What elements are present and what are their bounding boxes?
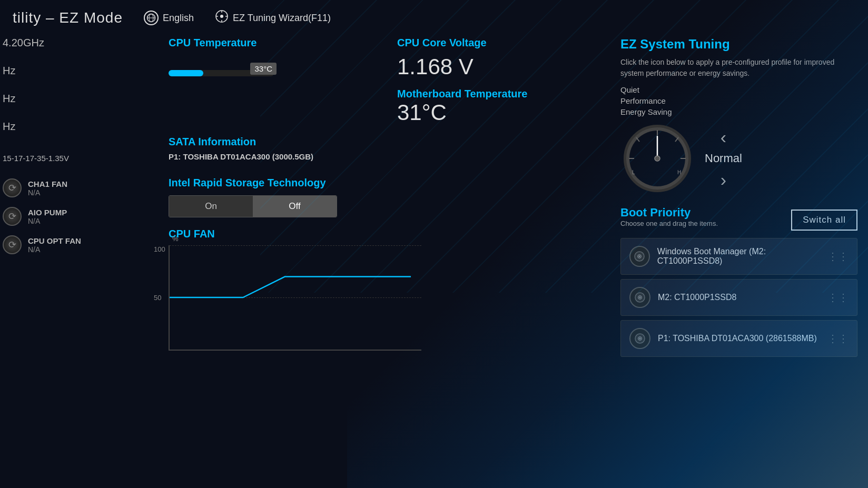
boot-item-name-2: P1: TOSHIBA DT01ACA300 (2861588MB) — [658, 334, 817, 343]
boot-item-name-1: M2: CT1000P1SSD8 — [658, 293, 736, 302]
language-label: English — [163, 13, 194, 24]
fan-chart-svg — [170, 245, 421, 350]
fan-value-cpu-opt: N/A — [28, 245, 81, 254]
boot-priority-header: Boot Priority Choose one and drag the it… — [620, 206, 857, 234]
temp-bar-fill — [169, 70, 203, 76]
gauge-svg: L H — [620, 122, 694, 195]
drag-handle-0[interactable]: ⋮⋮ — [827, 250, 849, 263]
svg-point-4 — [220, 15, 223, 18]
current-profile-name: Normal — [705, 152, 742, 165]
fan-info-cha1: CHA1 FAN N/A — [28, 180, 67, 197]
boot-item-name-0: Windows Boot Manager (M2: CT1000P1SSD8) — [657, 247, 827, 266]
rst-toggle[interactable]: On Off — [169, 195, 337, 217]
profile-prev-arrow[interactable]: ‹ — [721, 127, 726, 147]
main-layout: 4.20GHz Hz Hz Hz 15-17-17-35-1.35V ⟳ CHA… — [0, 32, 868, 483]
language-button[interactable]: English — [144, 11, 194, 25]
fan-name-aio: AIO PUMP — [28, 208, 67, 217]
fan-info-cpu-opt: CPU OPT FAN N/A — [28, 236, 81, 254]
rst-section: Intel Rapid Storage Technology On Off — [169, 177, 594, 217]
boot-item-2[interactable]: P1: TOSHIBA DT01ACA300 (2861588MB) ⋮⋮ — [620, 320, 857, 357]
boot-disk-icon-2 — [629, 328, 650, 349]
ez-tuning-section: EZ System Tuning Click the icon below to… — [620, 37, 857, 195]
cpu-temp-section: CPU Temperature 33°C — [169, 37, 366, 125]
cpu-freq4: Hz — [3, 121, 142, 133]
mb-temp-value: 31°C — [397, 100, 594, 125]
memory-timings: 15-17-17-35-1.35V — [3, 154, 142, 163]
fan-chart-container: % 100 50 — [169, 245, 421, 351]
fan-value-cha1: N/A — [28, 188, 67, 197]
temp-bar-container: 33°C — [169, 70, 274, 76]
switch-all-button[interactable]: Switch all — [791, 210, 857, 231]
temp-marker: 33°C — [250, 63, 277, 75]
temp-voltage-row: CPU Temperature 33°C CPU Core Voltage 1.… — [169, 37, 594, 125]
boot-item-left-0: Windows Boot Manager (M2: CT1000P1SSD8) — [629, 246, 827, 267]
chart-tick-50: 50 — [154, 294, 161, 302]
sata-label: SATA Information — [169, 136, 594, 148]
fan-icon-cpu-opt: ⟳ — [3, 235, 22, 254]
sata-section: SATA Information P1: TOSHIBA DT01ACA300 … — [169, 136, 594, 161]
cpu-voltage-value: 1.168 V — [397, 54, 594, 79]
boot-priority-section: Boot Priority Choose one and drag the it… — [620, 206, 857, 357]
sata-drive-0: P1: TOSHIBA DT01ACA300 (3000.5GB) — [169, 152, 594, 161]
fan-name-cha1: CHA1 FAN — [28, 180, 67, 188]
fan-item-cha1: ⟳ CHA1 FAN N/A — [3, 178, 142, 197]
temp-gauge-area: 33°C — [169, 70, 366, 76]
cpu-freq3: Hz — [3, 93, 142, 105]
fan-item-aio: ⟳ AIO PUMP N/A — [3, 207, 142, 226]
ez-tuning-wizard-button[interactable]: EZ Tuning Wizard(F11) — [215, 9, 331, 26]
boot-item-1[interactable]: M2: CT1000P1SSD8 ⋮⋮ — [620, 279, 857, 316]
fan-value-aio: N/A — [28, 217, 67, 225]
voltage-section: CPU Core Voltage 1.168 V Motherboard Tem… — [397, 37, 594, 125]
profile-energy-saving[interactable]: Energy Saving — [620, 107, 857, 116]
mb-temp-label: Motherboard Temperature — [397, 88, 594, 100]
boot-item-left-2: P1: TOSHIBA DT01ACA300 (2861588MB) — [629, 328, 817, 349]
svg-text:H: H — [677, 170, 681, 175]
fan-icon-aio: ⟳ — [3, 207, 22, 226]
rst-on-button[interactable]: On — [169, 196, 253, 217]
svg-point-24 — [639, 297, 640, 298]
fan-name-cpu-opt: CPU OPT FAN — [28, 236, 81, 245]
profile-performance[interactable]: Performance — [620, 96, 857, 105]
boot-priority-title: Boot Priority Choose one and drag the it… — [620, 206, 718, 234]
boot-disk-icon-1 — [629, 287, 650, 308]
drag-handle-1[interactable]: ⋮⋮ — [827, 291, 849, 304]
fan-section: ⟳ CHA1 FAN N/A ⟳ AIO PUMP N/A ⟳ — [3, 178, 142, 254]
boot-item-0[interactable]: Windows Boot Manager (M2: CT1000P1SSD8) … — [620, 238, 857, 275]
drag-handle-2[interactable]: ⋮⋮ — [827, 332, 849, 345]
cpu-fan-label: CPU FAN — [169, 228, 594, 240]
chart-y-label: % — [172, 235, 179, 243]
left-panel: 4.20GHz Hz Hz Hz 15-17-17-35-1.35V ⟳ CHA… — [0, 32, 153, 483]
wizard-icon — [215, 9, 229, 26]
gauge-container: L H — [620, 122, 694, 195]
rst-label: Intel Rapid Storage Technology — [169, 177, 594, 189]
fan-chart-section: CPU FAN % 100 50 — [169, 228, 594, 351]
cpu-frequency: 4.20GHz — [3, 37, 142, 49]
right-panel: EZ System Tuning Click the icon below to… — [610, 32, 868, 483]
cpu-voltage-label: CPU Core Voltage — [397, 37, 594, 49]
profile-next-arrow[interactable]: › — [721, 170, 726, 190]
tuning-main: L H ‹ Normal › — [620, 122, 857, 195]
svg-point-21 — [639, 256, 640, 257]
fan-info-aio: AIO PUMP N/A — [28, 208, 67, 225]
svg-point-16 — [655, 156, 660, 161]
fan-item-cpu-opt: ⟳ CPU OPT FAN N/A — [3, 235, 142, 254]
cpu-freq2: Hz — [3, 65, 142, 77]
cpu-temp-label: CPU Temperature — [169, 37, 366, 49]
svg-point-27 — [639, 338, 640, 339]
boot-disk-icon-0 — [629, 246, 650, 267]
fan-icon-cha1: ⟳ — [3, 178, 22, 197]
profile-options: Quiet Performance Energy Saving — [620, 85, 857, 116]
profile-quiet[interactable]: Quiet — [620, 85, 857, 94]
wizard-label: EZ Tuning Wizard(F11) — [233, 13, 331, 24]
page-title: tility – EZ Mode — [13, 9, 123, 26]
svg-text:L: L — [632, 170, 635, 175]
center-panel: CPU Temperature 33°C CPU Core Voltage 1.… — [153, 32, 610, 483]
boot-item-left-1: M2: CT1000P1SSD8 — [629, 287, 736, 308]
ez-tuning-desc: Click the icon below to apply a pre-conf… — [620, 57, 857, 79]
ez-tuning-title: EZ System Tuning — [620, 37, 857, 52]
rst-off-button[interactable]: Off — [253, 196, 337, 217]
globe-icon — [144, 11, 159, 25]
chart-tick-100: 100 — [154, 245, 165, 253]
header: tility – EZ Mode English — [0, 0, 868, 32]
